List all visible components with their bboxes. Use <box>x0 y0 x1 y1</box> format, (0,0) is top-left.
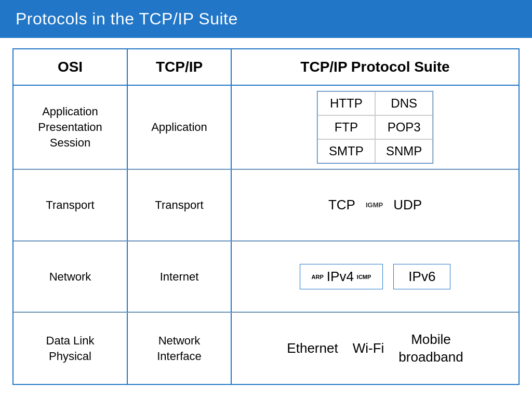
layer-row-application: ApplicationPresentationSession Applicati… <box>14 86 518 170</box>
app-protocols-grid: HTTP DNS FTP POP3 SMTP SNMP <box>317 91 434 164</box>
tcpip-internet-label: Internet <box>160 269 199 285</box>
suite-datalink-cell: Ethernet Wi-Fi Mobilebroadband <box>232 313 518 384</box>
osi-transport-label: Transport <box>46 197 94 213</box>
layer-row-internet: Network Internet ARP IPv4 ICMP IPv6 <box>14 242 518 313</box>
icmp-label: ICMP <box>357 274 371 280</box>
ipv4-label: IPv4 <box>327 269 354 285</box>
osi-transport-cell: Transport <box>14 170 128 241</box>
tcpip-application-label: Application <box>151 119 207 135</box>
header-row: OSI TCP/IP TCP/IP Protocol Suite <box>14 49 518 86</box>
col-osi-header: OSI <box>14 49 128 85</box>
layer-row-transport: Transport Transport TCP IGMP UDP <box>14 170 518 242</box>
proto-snmp: SNMP <box>375 139 433 163</box>
proto-smtp: SMTP <box>317 139 375 163</box>
col-suite-header: TCP/IP Protocol Suite <box>232 49 518 85</box>
tcpip-transport-cell: Transport <box>128 170 232 241</box>
igmp-label: IGMP <box>366 201 383 209</box>
tcpip-internet-cell: Internet <box>128 242 232 313</box>
proto-ftp: FTP <box>317 115 375 139</box>
tcpip-application-cell: Application <box>128 86 232 169</box>
layer-row-datalink: Data LinkPhysical NetworkInterface Ether… <box>14 313 518 384</box>
main-content: OSI TCP/IP TCP/IP Protocol Suite Applica… <box>0 38 532 395</box>
tcp-label: TCP <box>328 197 355 213</box>
udp-label: UDP <box>393 197 422 213</box>
osi-network-cell: Network <box>14 242 128 313</box>
arp-label: ARP <box>312 274 324 280</box>
osi-application-cell: ApplicationPresentationSession <box>14 86 128 169</box>
ipv4-box: ARP IPv4 ICMP <box>300 264 383 289</box>
mobile-broadband-label: Mobilebroadband <box>398 331 463 366</box>
suite-application-cell: HTTP DNS FTP POP3 SMTP SNMP <box>232 86 518 169</box>
suite-internet-cell: ARP IPv4 ICMP IPv6 <box>232 242 518 313</box>
proto-dns: DNS <box>375 91 433 115</box>
col-tcpip-header: TCP/IP <box>128 49 232 85</box>
tcpip-netinterface-label: NetworkInterface <box>157 333 202 364</box>
body-rows: ApplicationPresentationSession Applicati… <box>14 86 518 384</box>
proto-pop3: POP3 <box>375 115 433 139</box>
transport-content: TCP IGMP UDP <box>240 197 511 213</box>
tcpip-transport-label: Transport <box>155 197 203 213</box>
suite-transport-cell: TCP IGMP UDP <box>232 170 518 241</box>
osi-datalink-label: Data LinkPhysical <box>46 333 95 364</box>
osi-network-label: Network <box>49 269 91 285</box>
header: Protocols in the TCP/IP Suite <box>0 0 532 38</box>
wifi-label: Wi-Fi <box>353 340 384 356</box>
proto-http: HTTP <box>317 91 375 115</box>
ipv6-label: IPv6 <box>408 269 435 284</box>
datalink-content: Ethernet Wi-Fi Mobilebroadband <box>240 331 511 366</box>
tcpip-network-interface-cell: NetworkInterface <box>128 313 232 384</box>
osi-datalink-cell: Data LinkPhysical <box>14 313 128 384</box>
internet-content: ARP IPv4 ICMP IPv6 <box>240 264 511 289</box>
osi-application-label: ApplicationPresentationSession <box>38 104 102 150</box>
ipv6-box: IPv6 <box>393 264 450 289</box>
ethernet-label: Ethernet <box>287 340 338 356</box>
page-title: Protocols in the TCP/IP Suite <box>16 9 238 28</box>
diagram: OSI TCP/IP TCP/IP Protocol Suite Applica… <box>12 48 520 385</box>
